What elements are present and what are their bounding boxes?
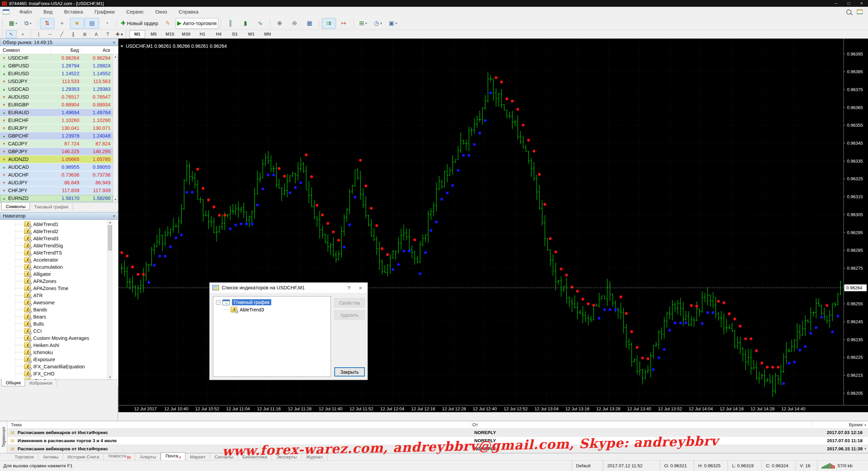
cursor-button[interactable]: ↖ bbox=[6, 30, 17, 38]
navigator-scrollbar[interactable]: ▲ ▼ bbox=[107, 220, 113, 380]
market-watch-row-euraud[interactable]: ▲EURAUD1.496941.49764 bbox=[0, 109, 113, 117]
navigator-item[interactable]: fAlligator bbox=[0, 270, 112, 278]
market-watch-row-audchf[interactable]: ▼AUDCHF0.736360.73736 bbox=[0, 171, 113, 179]
dialog-title-bar[interactable]: Список индикаторов на USDCHF,M1 ? × bbox=[210, 283, 368, 293]
column-bid[interactable]: Бид bbox=[51, 47, 82, 53]
tree-expander-icon[interactable]: − bbox=[216, 300, 220, 305]
menu-insert[interactable]: Вставка bbox=[58, 7, 89, 17]
navigator-toggle-button[interactable]: ★ bbox=[70, 18, 84, 29]
trendline-button[interactable]: ╱ bbox=[56, 30, 67, 38]
navigator-item[interactable]: fAbleTrend2 bbox=[0, 228, 112, 235]
tree-root-label[interactable]: Главный график bbox=[232, 299, 271, 305]
strategy-tester-button[interactable]: ◔ bbox=[100, 18, 114, 29]
scroll-up-icon[interactable]: ▲ bbox=[107, 220, 113, 225]
chart-settings-icon[interactable] bbox=[857, 9, 863, 14]
data-window-button[interactable]: + bbox=[55, 18, 69, 29]
column-ask[interactable]: Аск bbox=[82, 47, 113, 53]
tab-alerts[interactable]: Алерты bbox=[135, 454, 161, 460]
tree-root-row[interactable]: − ∿ Главный график bbox=[216, 299, 331, 305]
dialog-close-icon[interactable]: × bbox=[355, 285, 366, 291]
navigator-item[interactable]: fIFX_CHO bbox=[0, 370, 112, 377]
dialog-help-button[interactable]: ? bbox=[343, 285, 355, 291]
navigator-item[interactable]: fAbleTrend3 bbox=[0, 235, 112, 242]
menu-service[interactable]: Сервис bbox=[120, 7, 149, 17]
market-watch-row-eurnzd[interactable]: ▲EURNZD1.581701.58290 bbox=[0, 194, 113, 202]
profiles-button[interactable]: ⧉▾ bbox=[21, 18, 35, 29]
mail-row[interactable]: ✉Изменения в расписании торгов 3 и 4 июл… bbox=[7, 437, 868, 445]
close-button[interactable]: × bbox=[855, 0, 868, 7]
market-watch-row-audusd[interactable]: ▼AUDUSD0.765170.76547 bbox=[0, 93, 113, 101]
toolbar-grip[interactable] bbox=[2, 30, 4, 38]
market-watch-scrollbar[interactable]: ▲ ▼ bbox=[113, 54, 118, 202]
arrows-button[interactable]: ✚▾ bbox=[114, 30, 125, 38]
scroll-up-icon[interactable]: ▲ bbox=[863, 423, 868, 426]
terminal-side-tab[interactable]: Терминал bbox=[0, 421, 7, 453]
timeframe-mn[interactable]: MN bbox=[260, 30, 275, 38]
text-label-button[interactable]: T bbox=[102, 30, 113, 38]
market-watch-row-usdcad[interactable]: ▲USDCAD1.293531.29383 bbox=[0, 85, 113, 93]
market-watch-toggle-button[interactable]: ⇅ bbox=[40, 18, 54, 29]
market-watch-row-audnzd[interactable]: ▼AUDNZD1.056651.05785 bbox=[0, 156, 113, 163]
scroll-up-icon[interactable]: ▲ bbox=[113, 54, 118, 59]
navigator-item[interactable]: fAwesome bbox=[0, 299, 112, 306]
tile-windows-button[interactable]: ▦ bbox=[302, 18, 317, 29]
menu-view[interactable]: Вид bbox=[38, 7, 58, 17]
tab-common[interactable]: Общие bbox=[1, 379, 25, 386]
tree-child-row[interactable]: f AbleTrend3 bbox=[223, 307, 331, 312]
navigator-item[interactable]: fHeiken Ashi bbox=[0, 342, 112, 349]
minimize-button[interactable]: ─ bbox=[829, 0, 842, 7]
metaeditor-button[interactable]: ✎ bbox=[161, 18, 175, 29]
market-watch-row-eurchf[interactable]: ▼EURCHF1.102601.10290 bbox=[0, 117, 113, 124]
periods-button[interactable]: ◷▾ bbox=[371, 18, 385, 29]
market-watch-row-gbpjpy[interactable]: ▼GBPJPY146.225146.295 bbox=[0, 148, 113, 156]
menu-window[interactable]: Окно bbox=[150, 7, 173, 17]
market-watch-row-eurgbp[interactable]: ▼EURGBP0.889040.88934 bbox=[0, 101, 113, 109]
market-watch-row-audcad[interactable]: ▲AUDCAD0.989550.99055 bbox=[0, 163, 113, 171]
column-symbol[interactable]: Символ bbox=[0, 47, 51, 53]
timeframe-m5[interactable]: M5 bbox=[146, 30, 161, 38]
market-watch-row-gbpchf[interactable]: ▲GBPCHF1.239781.24048 bbox=[0, 132, 113, 140]
mail-row[interactable]: ✉Расписание вебинаров от ИнстаФорексNORE… bbox=[7, 445, 868, 453]
timeframe-w1[interactable]: W1 bbox=[243, 30, 259, 38]
navigator-item[interactable]: fAccumulation bbox=[0, 263, 112, 270]
tab-journal[interactable]: Журнал bbox=[302, 454, 328, 460]
scrollbar-thumb[interactable] bbox=[108, 225, 112, 250]
market-watch-row-cadjpy[interactable]: ▼CADJPY87.72487.824 bbox=[0, 140, 113, 148]
navigator-item[interactable]: fAbleTrend1 bbox=[0, 221, 112, 228]
new-chart-button[interactable]: ▦▾ bbox=[6, 18, 20, 29]
navigator-item[interactable]: fIchimoku bbox=[0, 349, 112, 356]
auto-scroll-button[interactable]: ⇉ bbox=[322, 18, 336, 29]
mail-row[interactable]: ✉Расписание вебинаров от ИнстаФорексNORE… bbox=[7, 429, 868, 437]
chart-shift-button[interactable]: ↦ bbox=[337, 18, 351, 29]
column-from[interactable]: От bbox=[470, 422, 812, 427]
toolbar-grip[interactable] bbox=[2, 19, 4, 27]
market-watch-row-eurjpy[interactable]: ▼EURJPY130.041130.071 bbox=[0, 124, 113, 132]
market-watch-close-icon[interactable]: × bbox=[113, 40, 115, 45]
indicators-tree[interactable]: − ∿ Главный график f AbleTrend3 bbox=[213, 296, 331, 377]
chart-bars-button[interactable]: ║ bbox=[223, 18, 238, 29]
zoom-in-button[interactable]: ⊕ bbox=[273, 18, 287, 29]
market-watch-row-gbpusd[interactable]: ▲GBPUSD1.287941.28824 bbox=[0, 62, 113, 70]
navigator-close-icon[interactable]: × bbox=[113, 213, 115, 219]
timeframe-h1[interactable]: H1 bbox=[195, 30, 210, 38]
timeframe-m1[interactable]: M1 bbox=[130, 30, 145, 38]
navigator-item[interactable]: fAPAZones Time bbox=[0, 285, 112, 292]
navigator-item[interactable]: fAPAZones bbox=[0, 278, 112, 285]
zoom-out-button[interactable]: ⊖ bbox=[288, 18, 302, 29]
column-time[interactable]: Время bbox=[812, 422, 863, 427]
fibonacci-button[interactable]: ≣ bbox=[79, 30, 90, 38]
horizontal-line-button[interactable]: ─ bbox=[45, 30, 56, 38]
navigator-item[interactable]: fCCI bbox=[0, 327, 112, 334]
toolbar-grip[interactable] bbox=[126, 30, 127, 38]
tab-assets[interactable]: Активы bbox=[38, 454, 63, 460]
chart-line-button[interactable]: ∿ bbox=[253, 18, 268, 29]
tree-child-label[interactable]: AbleTrend3 bbox=[240, 307, 264, 312]
templates-button[interactable]: ▣▾ bbox=[386, 18, 400, 29]
properties-button[interactable]: Свойства bbox=[334, 298, 365, 307]
tab-account-history[interactable]: История Счета bbox=[63, 454, 104, 460]
navigator-item[interactable]: fiExposure bbox=[0, 356, 112, 363]
navigator-item[interactable]: fBands bbox=[0, 306, 112, 313]
auto-trading-button[interactable]: ▶Авто-торговля bbox=[176, 18, 218, 29]
market-watch-row-eurusd[interactable]: ▲EURUSD1.145221.14552 bbox=[0, 70, 113, 78]
indicators-list-button[interactable]: ⊞▾ bbox=[356, 18, 370, 29]
